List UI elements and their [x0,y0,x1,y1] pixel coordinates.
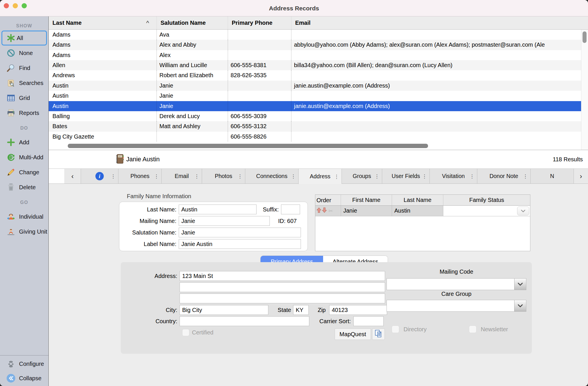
tab-menu-icon[interactable]: ⋮ [238,173,242,179]
tab-connections[interactable]: Connections⋮ [245,169,298,183]
tab-menu-icon[interactable]: ⋮ [470,173,474,179]
tab-menu-icon[interactable]: ⋮ [334,173,339,179]
sidebar-item-giving-unit[interactable]: Giving Unit [0,224,48,239]
last-name-field[interactable] [179,205,257,214]
family-column-header-first-name: First Name [341,195,392,205]
country-field[interactable] [180,316,309,326]
add-icon [6,138,16,147]
column-header-last-name[interactable]: Last Name^ [49,16,157,29]
sidebar-item-label: All [17,35,23,41]
sidebar-item-label: None [19,50,33,56]
label-name-field[interactable] [179,239,301,249]
tab-photos[interactable]: Photos⋮ [202,169,245,183]
directory-checkbox[interactable] [392,326,399,333]
cell-phone [228,30,291,40]
sidebar-item-label: Collapse [19,375,42,382]
table-row[interactable]: AdamsAlex [49,50,581,60]
column-header-email[interactable]: Email [291,16,588,29]
sidebar-item-grid[interactable]: Grid [0,90,48,105]
chevron-down-icon[interactable] [514,300,526,311]
tab-menu-icon[interactable]: ⋮ [154,173,159,179]
salutation-name-field[interactable] [179,228,301,237]
care-group-dropdown[interactable] [387,300,526,312]
table-row[interactable]: BallingDerek and Lucy606-555-3039 [49,111,581,121]
tab-info[interactable]: i⋮ [81,169,118,183]
chevron-down-icon[interactable] [517,207,529,215]
column-header-salutation-name[interactable]: Salutation Name [157,16,228,29]
sidebar-item-reports[interactable]: Reports [0,105,48,120]
address-line2-field[interactable] [180,282,385,292]
address-line3-field[interactable] [180,294,385,303]
sidebar-item-searches[interactable]: Searches [0,75,48,90]
change-icon [6,168,16,177]
carrier-sort-field[interactable] [353,316,384,326]
cell-last: Andrews [49,70,157,80]
family-table-header: OrderFirst NameLast NameFamily Status [315,195,530,206]
tab-n[interactable]: N [530,169,574,183]
newsletter-checkbox[interactable] [469,326,476,333]
vertical-scrollbar[interactable] [581,30,588,150]
configure-icon [6,360,16,368]
family-column-header-order: Order [315,195,341,205]
suffix-field[interactable] [281,205,300,214]
tab-address[interactable]: Address⋮ [298,169,342,184]
table-row[interactable]: AustinJaniejanie.austin@example.com (Add… [49,81,581,91]
sidebar-item-find[interactable]: Find [0,60,48,75]
cell-phone: 606-555-3039 [228,111,291,121]
sidebar-item-multi-add[interactable]: Multi-Add [0,150,48,165]
cut-member-icon[interactable]: ✂ [328,206,333,216]
table-row[interactable]: AdamsAva [49,30,581,40]
family-first-name-cell: Janie [341,206,392,216]
sidebar-item-none[interactable]: None [0,46,48,60]
mailing-code-dropdown[interactable] [387,278,526,290]
table-row[interactable]: Big City Gazette606-555-8826 [49,132,581,142]
mapquest-button[interactable]: MapQuest [335,328,371,340]
address-line1-field[interactable] [180,271,385,281]
state-field[interactable] [293,305,309,315]
tab-user-fields[interactable]: User Fields⋮ [382,169,429,183]
none-icon [6,49,16,57]
cell-salutation: William and Lucille [157,60,228,70]
tab-groups[interactable]: Groups⋮ [342,169,382,183]
tab-menu-icon[interactable]: ⋮ [523,173,528,179]
tab-email[interactable]: Email⋮ [161,169,202,183]
family-last-name-cell: Austin [392,206,443,216]
zip-field[interactable] [329,305,387,315]
copy-address-button[interactable] [372,328,385,340]
sidebar-item-add[interactable]: Add [0,135,48,150]
family-column-header-family-status: Family Status [443,195,530,205]
sidebar-item-configure[interactable]: Configure [0,357,48,371]
tab-menu-icon[interactable]: ⋮ [111,173,116,179]
sidebar-item-change[interactable]: Change [0,165,48,180]
table-row[interactable]: AllenWilliam and Lucille606-555-8381bill… [49,60,581,70]
certified-checkbox[interactable] [182,329,189,336]
tab-scroll-right-button[interactable]: › [574,169,588,183]
sidebar-item-delete[interactable]: Delete [0,180,48,195]
tab-scroll-left-button[interactable]: ‹ [64,169,81,183]
column-header-primary-phone[interactable]: Primary Phone [228,16,291,29]
sidebar-item-collapse[interactable]: Collapse [0,371,48,385]
table-row[interactable]: AustinJaniejanie.austin@example.com (Add… [49,101,581,111]
table-row[interactable]: AndrewsRobert and Elizabeth828-626-3535 [49,70,581,80]
vertical-scrollbar-thumb[interactable] [583,31,587,43]
horizontal-scrollbar-thumb[interactable] [68,144,428,148]
tab-visitation[interactable]: Visitation⋮ [429,169,477,183]
city-field[interactable] [180,305,268,315]
tab-phones[interactable]: Phones⋮ [118,169,161,183]
tab-menu-icon[interactable]: ⋮ [194,173,199,179]
family-table-row[interactable]: ✂JanieAustin [315,206,530,216]
tab-menu-icon[interactable]: ⋮ [374,173,379,179]
tab-donor-note[interactable]: Donor Note⋮ [477,169,530,183]
table-row[interactable]: AdamsAlex and Abbyabbylou@yahoo.com (Abb… [49,40,581,50]
tab-menu-icon[interactable]: ⋮ [422,173,427,179]
move-up-icon[interactable] [316,206,321,216]
move-down-icon[interactable] [322,206,327,216]
table-row[interactable]: AustinJanie [49,91,581,101]
table-row[interactable]: BatesMatt and Ashley606-555-3132 [49,121,581,131]
sidebar-item-all[interactable]: All [1,31,47,46]
chevron-down-icon[interactable] [514,279,526,290]
mailing-name-field[interactable] [179,216,270,226]
sidebar-item-individual[interactable]: Individual [0,209,48,224]
tab-menu-icon[interactable]: ⋮ [291,173,296,179]
family-column-header-last-name: Last Name [392,195,443,205]
